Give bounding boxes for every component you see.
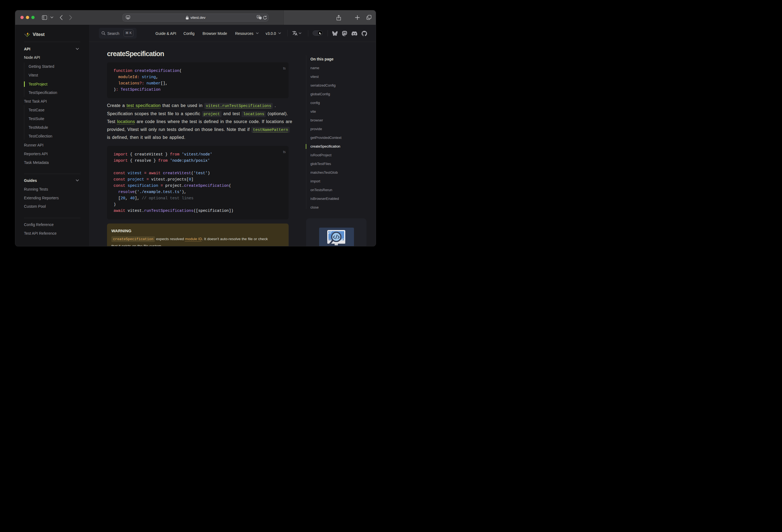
svg-text:x: x <box>259 17 260 19</box>
svg-text:A: A <box>257 15 259 18</box>
